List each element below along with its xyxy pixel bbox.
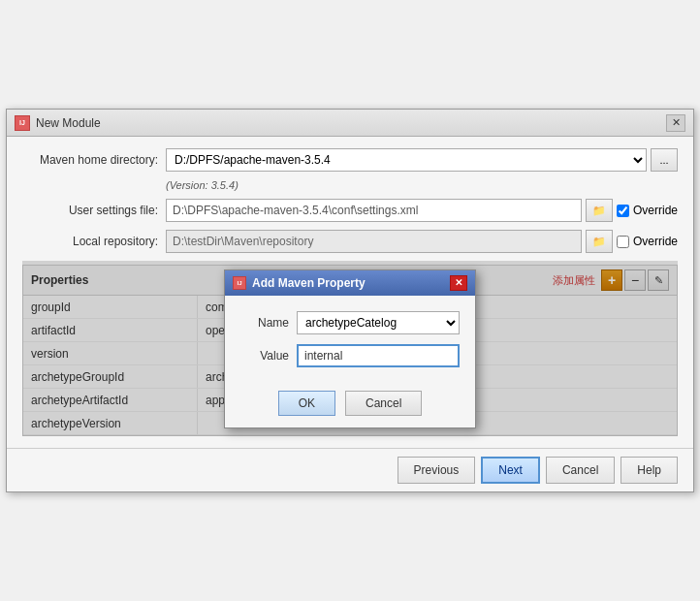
titlebar: IJ New Module ✕ xyxy=(7,110,693,137)
modal-titlebar: IJ Add Maven Property ✕ xyxy=(225,270,475,296)
local-repo-browse-button[interactable]: 📁 xyxy=(586,230,613,253)
modal-value-label: Value xyxy=(240,349,289,363)
next-button[interactable]: Next xyxy=(481,457,540,484)
properties-container: Properties 添加属性 + − ✎ groupId com.bjpowe… xyxy=(22,261,678,436)
modal-name-label: Name xyxy=(240,316,289,330)
add-maven-property-dialog: IJ Add Maven Property ✕ Name archetypeCa… xyxy=(224,269,476,428)
main-content: Maven home directory: D:/DPFS/apache-mav… xyxy=(7,137,693,448)
modal-ok-button[interactable]: OK xyxy=(278,391,335,416)
maven-home-row: Maven home directory: D:/DPFS/apache-mav… xyxy=(22,148,678,172)
user-settings-browse-button[interactable]: 📁 xyxy=(586,199,613,222)
modal-overlay: IJ Add Maven Property ✕ Name archetypeCa… xyxy=(22,261,678,436)
user-settings-label: User settings file: xyxy=(22,204,158,217)
titlebar-left: IJ New Module xyxy=(15,115,101,131)
local-repo-label: Local repository: xyxy=(22,235,158,248)
window-title: New Module xyxy=(36,116,101,130)
local-repo-override-label: Override xyxy=(633,235,678,248)
user-settings-controls: 📁 Override xyxy=(166,199,678,222)
footer: Previous Next Cancel Help xyxy=(7,448,693,491)
main-window: IJ New Module ✕ Maven home directory: D:… xyxy=(6,109,694,492)
cancel-button[interactable]: Cancel xyxy=(546,457,615,484)
user-settings-override-checkbox[interactable] xyxy=(617,205,629,217)
modal-name-row: Name archetypeCatelog archetypeGroupId a… xyxy=(240,311,460,334)
modal-title-left: IJ Add Maven Property xyxy=(233,276,366,290)
help-button[interactable]: Help xyxy=(620,457,678,484)
previous-button[interactable]: Previous xyxy=(398,457,476,484)
modal-app-icon: IJ xyxy=(233,276,246,290)
local-repo-controls: 📁 Override xyxy=(166,230,678,253)
maven-home-label: Maven home directory: xyxy=(22,153,158,167)
modal-value-input[interactable] xyxy=(297,344,460,367)
user-settings-input[interactable] xyxy=(166,199,582,222)
modal-cancel-button[interactable]: Cancel xyxy=(345,391,422,416)
user-settings-override-group: Override xyxy=(617,204,678,217)
modal-body: Name archetypeCatelog archetypeGroupId a… xyxy=(225,296,475,383)
app-icon: IJ xyxy=(15,115,30,131)
maven-home-dropdown[interactable]: D:/DPFS/apache-maven-3.5.4 xyxy=(166,148,647,172)
user-settings-override-label: Override xyxy=(633,204,678,217)
local-repo-input xyxy=(166,230,582,253)
maven-version: (Version: 3.5.4) xyxy=(166,179,678,191)
local-repo-row: Local repository: 📁 Override xyxy=(22,230,678,253)
maven-home-browse-button[interactable]: ... xyxy=(651,148,678,172)
modal-value-row: Value xyxy=(240,344,460,367)
modal-title: Add Maven Property xyxy=(252,276,366,290)
modal-close-button[interactable]: ✕ xyxy=(450,275,467,291)
modal-footer: OK Cancel xyxy=(225,383,475,427)
maven-home-controls: D:/DPFS/apache-maven-3.5.4 ... xyxy=(166,148,678,172)
modal-name-select[interactable]: archetypeCatelog archetypeGroupId archet… xyxy=(297,311,460,334)
user-settings-row: User settings file: 📁 Override xyxy=(22,199,678,222)
close-button[interactable]: ✕ xyxy=(666,114,685,132)
local-repo-override-group: Override xyxy=(617,235,678,248)
local-repo-override-checkbox[interactable] xyxy=(617,236,629,248)
